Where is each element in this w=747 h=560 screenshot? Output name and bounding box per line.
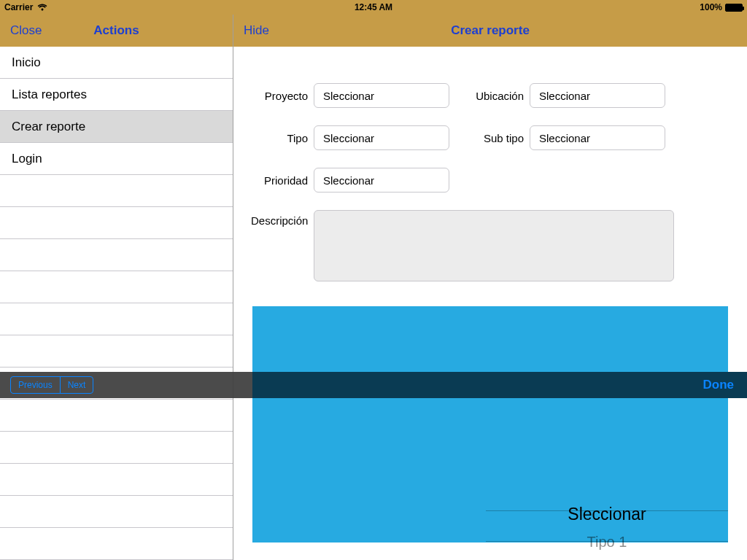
ubicacion-label: Ubicación: [467, 90, 524, 102]
sidebar-empty-row: [0, 239, 233, 271]
prev-next-segment: Previous Next: [10, 376, 93, 394]
prioridad-label: Prioridad: [251, 174, 308, 187]
sidebar-empty-row: [0, 496, 233, 528]
done-button[interactable]: Done: [703, 378, 738, 392]
battery-percent: 100%: [700, 2, 722, 12]
sidebar-empty-row: [0, 175, 233, 207]
sidebar-empty-row: [0, 303, 233, 335]
descripcion-textarea[interactable]: [314, 210, 674, 281]
picker-option[interactable]: Tipo 2: [486, 556, 728, 560]
prioridad-select[interactable]: Sleccionar: [314, 168, 449, 192]
sidebar-empty-row: [0, 528, 233, 560]
sidebar-item-label: Login: [12, 152, 42, 166]
ubicacion-select[interactable]: Sleccionar: [530, 83, 665, 108]
subtipo-label: Sub tipo: [467, 132, 524, 144]
picker-option-selected[interactable]: Sleccionar: [486, 500, 728, 528]
picker-wheel[interactable]: Sleccionar Tipo 1 Tipo 2 Tipo 3: [486, 500, 728, 560]
prioridad-value: Sleccionar: [323, 174, 374, 187]
sidebar-empty-row: [0, 432, 233, 464]
sidebar-navbar: Close Actions: [0, 15, 233, 47]
sidebar-item-inicio[interactable]: Inicio: [0, 47, 233, 79]
next-button[interactable]: Next: [60, 377, 93, 393]
tipo-label: Tipo: [251, 132, 308, 144]
sidebar-item-label: Crear reporte: [12, 120, 85, 134]
close-button[interactable]: Close: [0, 23, 52, 38]
subtipo-value: Sleccionar: [539, 132, 590, 144]
sidebar-item-crear-reporte[interactable]: Crear reporte: [0, 111, 233, 143]
sidebar-item-login[interactable]: Login: [0, 143, 233, 175]
subtipo-select[interactable]: Sleccionar: [530, 125, 665, 150]
picker-option[interactable]: Tipo 1: [486, 528, 728, 556]
picker-selection-line: [486, 510, 728, 511]
main-navbar: Hide Crear reporte: [233, 15, 747, 47]
main-content: Proyecto Sleccionar Ubicación Sleccionar…: [233, 47, 747, 560]
sidebar-item-label: Lista reportes: [12, 88, 87, 102]
sidebar-item-label: Inicio: [12, 55, 41, 70]
input-accessory-bar: Previous Next Done: [0, 372, 747, 398]
descripcion-label: Descripción: [251, 210, 308, 281]
proyecto-value: Sleccionar: [323, 90, 374, 102]
carrier-label: Carrier: [4, 2, 33, 12]
status-bar: Carrier 12:45 AM 100%: [0, 0, 747, 15]
hide-button[interactable]: Hide: [233, 23, 279, 38]
previous-button[interactable]: Previous: [11, 377, 60, 393]
wifi-icon: [37, 4, 47, 11]
status-time: 12:45 AM: [355, 2, 392, 12]
picker-selection-line: [486, 541, 728, 542]
sidebar: Inicio Lista reportes Crear reporte Logi…: [0, 47, 233, 560]
proyecto-select[interactable]: Sleccionar: [314, 83, 449, 108]
battery-icon: [725, 4, 743, 12]
page-title: Crear reporte: [451, 23, 530, 38]
sidebar-empty-row: [0, 464, 233, 496]
proyecto-label: Proyecto: [251, 90, 308, 102]
tipo-value: Sleccionar: [323, 132, 374, 144]
sidebar-title: Actions: [93, 23, 139, 38]
sidebar-empty-row: [0, 271, 233, 303]
tipo-select[interactable]: Sleccionar: [314, 125, 449, 150]
sidebar-item-lista-reportes[interactable]: Lista reportes: [0, 79, 233, 111]
sidebar-empty-row: [0, 207, 233, 239]
sidebar-empty-row: [0, 335, 233, 368]
sidebar-empty-row: [0, 400, 233, 432]
ubicacion-value: Sleccionar: [539, 90, 590, 102]
